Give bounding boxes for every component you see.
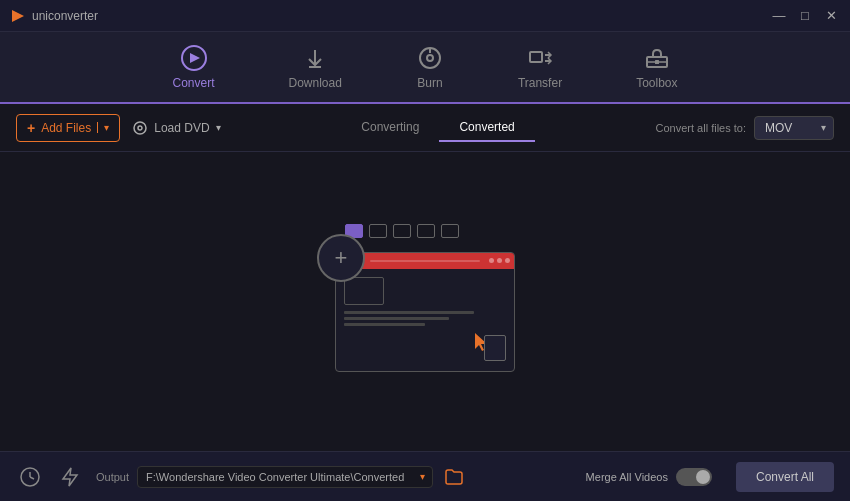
- clock-icon[interactable]: [16, 463, 44, 491]
- tabs-container: Converting Converted: [233, 114, 644, 142]
- illus-floating-file: [484, 335, 506, 361]
- illus-image-placeholder: [344, 277, 384, 305]
- tab-converting[interactable]: Converting: [341, 114, 439, 142]
- nav-item-burn[interactable]: Burn: [404, 36, 456, 98]
- close-button[interactable]: ✕: [822, 8, 840, 23]
- toolbox-icon: [643, 44, 671, 72]
- illus-top-icons: [345, 224, 459, 238]
- illus-titlebar-line: [370, 260, 480, 262]
- merge-toggle[interactable]: [676, 468, 712, 486]
- illus-line-1: [344, 311, 474, 314]
- illus-icon-2: [369, 224, 387, 238]
- output-chevron-icon: ▾: [420, 471, 425, 482]
- illus-dot-4: [489, 258, 494, 263]
- load-dvd-chevron: ▾: [216, 122, 221, 133]
- main-content: +: [0, 152, 850, 451]
- app-name: uniconverter: [32, 9, 98, 23]
- illus-dot-6: [505, 258, 510, 263]
- drop-illustration: +: [335, 252, 515, 372]
- svg-marker-2: [190, 53, 200, 63]
- illus-dot-5: [497, 258, 502, 263]
- tab-converted[interactable]: Converted: [439, 114, 534, 142]
- svg-point-14: [134, 122, 146, 134]
- convert-icon: [180, 44, 208, 72]
- load-dvd-label: Load DVD: [154, 121, 209, 135]
- title-bar: uniconverter — □ ✕: [0, 0, 850, 32]
- load-dvd-button[interactable]: Load DVD ▾: [132, 120, 220, 136]
- lightning-icon[interactable]: [56, 463, 84, 491]
- app-logo: [10, 8, 26, 24]
- nav-label-transfer: Transfer: [518, 76, 562, 90]
- transfer-icon: [526, 44, 554, 72]
- nav-item-download[interactable]: Download: [277, 36, 354, 98]
- folder-icon[interactable]: [445, 469, 463, 485]
- convert-all-button[interactable]: Convert All: [736, 462, 834, 492]
- add-files-button[interactable]: + Add Files ▾: [16, 114, 120, 142]
- illus-titlebar-dots: [489, 258, 510, 263]
- maximize-button[interactable]: □: [796, 8, 814, 23]
- illus-icon-3: [393, 224, 411, 238]
- toolbar: + Add Files ▾ Load DVD ▾ Converting Conv…: [0, 104, 850, 152]
- illus-icon-5: [441, 224, 459, 238]
- illus-icon-4: [417, 224, 435, 238]
- output-section: Output F:\Wondershare Video Converter Ul…: [96, 466, 574, 488]
- illus-plus-icon: +: [335, 247, 348, 269]
- minimize-button[interactable]: —: [770, 8, 788, 23]
- illus-line-2: [344, 317, 449, 320]
- output-path-wrapper: F:\Wondershare Video Converter Ultimate\…: [137, 466, 433, 488]
- nav-item-transfer[interactable]: Transfer: [506, 36, 574, 98]
- illus-line-3: [344, 323, 425, 326]
- nav-bar: Convert Download Burn: [0, 32, 850, 104]
- toggle-knob: [696, 470, 710, 484]
- download-icon: [301, 44, 329, 72]
- format-select-wrapper: MOV MP4 AVI MKV ▾: [754, 116, 834, 140]
- add-files-label: Add Files: [41, 121, 91, 135]
- merge-label: Merge All Videos: [586, 471, 668, 483]
- title-bar-left: uniconverter: [10, 8, 98, 24]
- svg-rect-8: [530, 52, 542, 62]
- format-select[interactable]: MOV MP4 AVI MKV: [754, 116, 834, 140]
- dvd-icon: [132, 120, 148, 136]
- nav-item-toolbox[interactable]: Toolbox: [624, 36, 689, 98]
- svg-point-6: [427, 55, 433, 61]
- nav-label-download: Download: [289, 76, 342, 90]
- convert-format: Convert all files to: MOV MP4 AVI MKV ▾: [656, 116, 834, 140]
- output-path[interactable]: F:\Wondershare Video Converter Ultimate\…: [137, 466, 433, 488]
- svg-rect-13: [655, 60, 659, 64]
- convert-format-label: Convert all files to:: [656, 122, 746, 134]
- output-label: Output: [96, 471, 129, 483]
- merge-section: Merge All Videos: [586, 468, 712, 486]
- illus-add-circle: +: [317, 234, 365, 282]
- svg-point-15: [138, 126, 142, 130]
- nav-label-toolbox: Toolbox: [636, 76, 677, 90]
- svg-line-19: [30, 477, 34, 479]
- plus-icon: +: [27, 120, 35, 136]
- add-files-chevron[interactable]: ▾: [97, 122, 109, 133]
- burn-icon: [416, 44, 444, 72]
- illus-body: [336, 269, 514, 337]
- footer: Output F:\Wondershare Video Converter Ul…: [0, 451, 850, 501]
- nav-label-convert: Convert: [172, 76, 214, 90]
- title-bar-controls[interactable]: — □ ✕: [770, 8, 840, 23]
- svg-marker-0: [12, 10, 24, 22]
- svg-marker-20: [63, 468, 77, 486]
- nav-label-burn: Burn: [417, 76, 442, 90]
- nav-item-convert[interactable]: Convert: [160, 36, 226, 98]
